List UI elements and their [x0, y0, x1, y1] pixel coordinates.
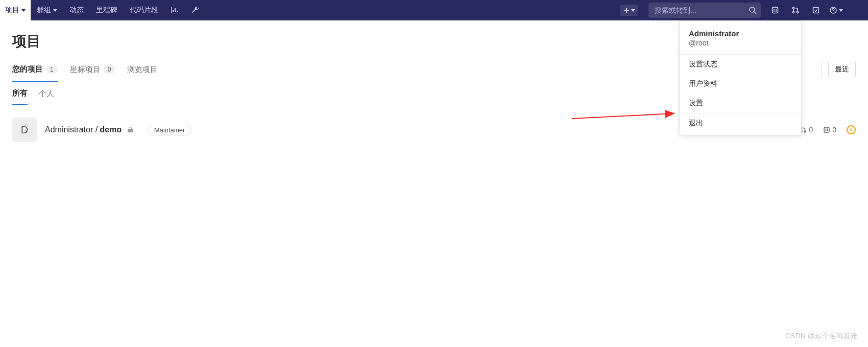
menu-profile[interactable]: 用户资料 [680, 74, 801, 94]
svg-point-2 [750, 7, 755, 12]
nav-projects-label: 项目 [5, 6, 19, 15]
menu-sign-out[interactable]: 退出 [680, 113, 801, 133]
nav-user-avatar[interactable] [847, 0, 864, 20]
nav-todos-icon[interactable] [806, 0, 826, 20]
nav-groups[interactable]: 群组 [31, 0, 63, 20]
stat-issues[interactable]: 0 [823, 126, 836, 134]
tab-starred-projects[interactable]: 星标项目 0 [70, 58, 115, 82]
nav-admin-wrench-icon[interactable] [185, 0, 205, 20]
project-avatar: D [12, 118, 37, 142]
nav-issues-icon[interactable] [765, 0, 785, 20]
pipeline-status-icon[interactable]: II [847, 125, 856, 134]
svg-point-9 [797, 11, 798, 13]
lock-icon [127, 125, 133, 134]
svg-rect-10 [813, 8, 819, 13]
nav-graph-icon[interactable] [164, 0, 185, 20]
menu-settings[interactable]: 设置 [680, 94, 801, 113]
nav-merge-requests-icon[interactable] [785, 0, 806, 20]
nav-snippets[interactable]: 代码片段 [124, 0, 164, 20]
subtab-personal[interactable]: 个人 [39, 83, 54, 105]
svg-rect-1 [624, 10, 629, 11]
nav-activity[interactable]: 动态 [63, 0, 90, 20]
issues-icon [823, 126, 830, 133]
svg-point-7 [792, 7, 794, 9]
nav-new-button[interactable] [620, 5, 638, 16]
svg-line-3 [754, 12, 756, 14]
svg-point-12 [833, 12, 833, 12]
chevron-down-icon [839, 9, 843, 12]
stat-merge-requests[interactable]: 0 [800, 126, 813, 134]
role-badge: Maintainer [148, 125, 192, 135]
user-dropdown-menu: Administrator @root 设置状态 用户资料 设置 退出 [679, 20, 802, 135]
search-input[interactable] [655, 6, 749, 14]
chevron-down-icon [631, 9, 635, 12]
watermark: CSDN @起个名称真难 [785, 332, 858, 341]
search-box[interactable] [648, 3, 761, 18]
badge-starred-count: 0 [104, 65, 115, 74]
plus-icon [623, 7, 630, 14]
nav-projects[interactable]: 项目 [0, 0, 31, 20]
nav-help-icon[interactable] [826, 0, 847, 20]
badge-your-count: 1 [46, 65, 58, 74]
tab-explore-projects[interactable]: 浏览项目 [127, 58, 158, 82]
user-display-name: Administrator [689, 29, 792, 38]
user-handle: @root [689, 39, 792, 47]
svg-point-8 [792, 11, 794, 13]
top-navbar: 项目 群组 动态 里程碑 代码片段 [0, 0, 868, 20]
sort-dropdown[interactable]: 最近 [828, 61, 856, 78]
nav-groups-label: 群组 [37, 6, 51, 15]
chevron-down-icon [21, 9, 26, 12]
user-menu-header: Administrator @root [680, 23, 801, 54]
chevron-down-icon [53, 9, 57, 12]
subtab-all[interactable]: 所有 [12, 82, 28, 105]
project-name: Administrator / demo [45, 125, 133, 134]
nav-milestones[interactable]: 里程碑 [90, 0, 124, 20]
svg-rect-19 [824, 127, 829, 132]
tab-your-projects[interactable]: 您的项目 1 [12, 57, 58, 82]
menu-set-status[interactable]: 设置状态 [680, 55, 801, 74]
search-icon [749, 6, 757, 14]
svg-point-18 [805, 131, 806, 132]
svg-rect-4 [773, 8, 778, 13]
